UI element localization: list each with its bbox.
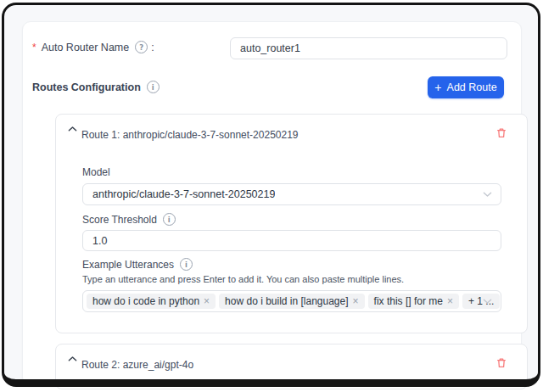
example-utterances-label: Example Utterances i bbox=[82, 258, 193, 271]
delete-route-2-trash-icon[interactable] bbox=[495, 356, 507, 369]
info-circle-icon[interactable]: i bbox=[180, 258, 193, 271]
auto-router-name-label: * Auto Router Name ? : bbox=[32, 41, 154, 53]
collapse-route-1-chevron-up-icon[interactable] bbox=[68, 126, 77, 132]
info-circle-icon[interactable]: i bbox=[163, 213, 176, 226]
route-1-title: Route 1: anthropic/claude-3-7-sonnet-202… bbox=[81, 129, 299, 141]
required-asterisk: * bbox=[32, 42, 36, 53]
auto-router-name-label-text: Auto Router Name bbox=[42, 42, 130, 53]
route-2-panel: Route 2: azure_ai/gpt-4o bbox=[55, 344, 528, 389]
route-1-panel: Route 1: anthropic/claude-3-7-sonnet-202… bbox=[55, 114, 528, 333]
plus-icon: + bbox=[434, 81, 441, 93]
utterance-tag-text: how do i build in [language] bbox=[225, 295, 348, 307]
routes-configuration-label: Routes Configuration i bbox=[32, 81, 160, 93]
utterance-tag: how do i code in python × bbox=[87, 294, 216, 309]
more-tags-badge[interactable]: + 1 ... bbox=[462, 294, 500, 309]
delete-route-1-trash-icon[interactable] bbox=[495, 126, 507, 139]
chevron-down-icon bbox=[483, 298, 492, 305]
auto-router-name-input[interactable] bbox=[230, 37, 507, 59]
remove-tag-icon[interactable]: × bbox=[447, 296, 453, 306]
question-circle-icon[interactable]: ? bbox=[135, 41, 148, 53]
model-label-text: Model bbox=[82, 166, 110, 178]
model-select-value: anthropic/claude-3-7-sonnet-20250219 bbox=[92, 188, 275, 200]
model-select[interactable]: anthropic/claude-3-7-sonnet-20250219 bbox=[82, 183, 501, 205]
route-2-title: Route 2: azure_ai/gpt-4o bbox=[81, 359, 193, 371]
utterance-tag: how do i build in [language] × bbox=[219, 294, 364, 309]
label-colon: : bbox=[151, 42, 154, 53]
routes-configuration-label-text: Routes Configuration bbox=[32, 81, 141, 93]
collapse-route-2-chevron-up-icon[interactable] bbox=[68, 356, 77, 362]
utterances-helper-text: Type an utterance and press Enter to add… bbox=[82, 274, 404, 284]
chevron-down-icon bbox=[483, 191, 492, 198]
utterances-tag-select[interactable]: how do i code in python × how do i build… bbox=[82, 290, 501, 312]
example-utterances-label-text: Example Utterances bbox=[82, 259, 174, 271]
score-threshold-label-text: Score Threshold bbox=[82, 214, 157, 226]
utterance-tag: fix this [] for me × bbox=[368, 294, 459, 309]
add-route-button-label: Add Route bbox=[447, 81, 497, 93]
remove-tag-icon[interactable]: × bbox=[353, 296, 359, 306]
auto-router-form-card: * Auto Router Name ? : Routes Configurat… bbox=[22, 21, 522, 386]
score-threshold-label: Score Threshold i bbox=[82, 213, 176, 226]
utterance-tag-text: how do i code in python bbox=[92, 295, 199, 307]
score-threshold-input[interactable] bbox=[82, 230, 501, 251]
utterance-tag-text: fix this [] for me bbox=[374, 295, 443, 307]
info-circle-icon[interactable]: i bbox=[147, 81, 160, 93]
remove-tag-icon[interactable]: × bbox=[204, 296, 210, 306]
model-label: Model bbox=[82, 166, 110, 178]
add-route-button[interactable]: + Add Route bbox=[428, 76, 504, 98]
